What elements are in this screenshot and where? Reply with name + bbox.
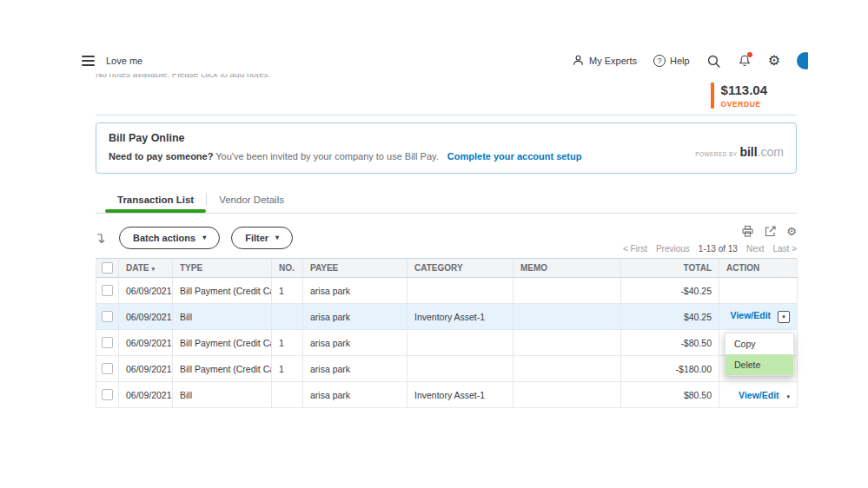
cell-category bbox=[407, 356, 514, 382]
user-avatar[interactable] bbox=[797, 52, 808, 69]
balance-summary: $113.04 OVERDUE bbox=[96, 80, 797, 115]
view-edit-caret-icon[interactable]: ▾ bbox=[786, 393, 790, 399]
my-experts-label: My Experts bbox=[589, 56, 637, 66]
person-icon bbox=[572, 54, 585, 69]
column-header-memo: MEMO bbox=[514, 259, 621, 278]
column-header-action: ACTION bbox=[719, 259, 798, 278]
cell-payee: arisa park bbox=[303, 304, 407, 330]
powered-by-label: POWERED BY bbox=[695, 151, 737, 157]
table-settings-gear-icon[interactable]: ⚙ bbox=[786, 226, 797, 237]
pagination-previous[interactable]: Previous bbox=[656, 244, 690, 254]
cell-date: 06/09/2021 bbox=[119, 278, 173, 304]
export-icon[interactable] bbox=[764, 225, 777, 238]
column-header-type: TYPE bbox=[173, 259, 272, 278]
overdue-summary-block: $113.04 OVERDUE bbox=[711, 82, 767, 109]
pagination-range: 1-13 of 13 bbox=[699, 244, 738, 254]
row-checkbox[interactable] bbox=[102, 337, 113, 348]
view-edit-link[interactable]: View/Edit bbox=[731, 310, 772, 320]
cell-no bbox=[272, 382, 303, 408]
transactions-table: DATE▾ TYPE NO. PAYEE CATEGORY MEMO TOTAL… bbox=[96, 258, 798, 408]
table-row[interactable]: 06/09/2021 Bill Payment (Credit Card) 1 … bbox=[96, 278, 798, 304]
cell-no: 1 bbox=[272, 330, 303, 356]
tab-bar: Transaction List Vendor Details bbox=[96, 189, 797, 213]
topbar: Love me My Experts ? Help ⚙ bbox=[74, 48, 808, 74]
overdue-color-bar bbox=[711, 82, 714, 109]
cell-payee: arisa park bbox=[303, 278, 407, 304]
row-checkbox[interactable] bbox=[102, 311, 113, 322]
cell-date: 06/09/2021 bbox=[119, 330, 173, 356]
complete-account-setup-link[interactable]: Complete your account setup bbox=[447, 151, 582, 162]
column-header-total: TOTAL bbox=[621, 259, 719, 278]
summary-divider bbox=[96, 115, 797, 115]
notification-dot bbox=[747, 52, 752, 57]
cell-category: Inventory Asset-1 bbox=[407, 382, 514, 408]
notifications-bell-icon[interactable] bbox=[738, 54, 752, 68]
column-header-payee: PAYEE bbox=[303, 259, 407, 278]
clipped-note-line: No notes available. Please click to add … bbox=[74, 74, 808, 80]
overdue-amount: $113.04 bbox=[721, 82, 767, 97]
row-checkbox[interactable] bbox=[102, 285, 113, 296]
filter-label: Filter bbox=[245, 233, 268, 243]
table-row[interactable]: 06/09/2021 Bill Payment (Credit Card) 1 … bbox=[96, 356, 798, 382]
filter-button[interactable]: Filter ▾ bbox=[231, 227, 293, 249]
banner-message: Need to pay someone? You've been invited… bbox=[109, 151, 784, 162]
select-all-checkbox[interactable] bbox=[102, 262, 113, 274]
cell-memo bbox=[514, 356, 621, 382]
cell-memo bbox=[514, 304, 621, 330]
tab-transaction-list[interactable]: Transaction List bbox=[105, 189, 206, 213]
chevron-down-icon: ▾ bbox=[275, 234, 279, 241]
table-row-selected[interactable]: 06/09/2021 Bill arisa park Inventory Ass… bbox=[96, 304, 798, 330]
table-tools: ⚙ bbox=[741, 225, 797, 238]
view-edit-dropdown-button[interactable]: ▾ bbox=[778, 311, 790, 323]
row-checkbox[interactable] bbox=[102, 363, 113, 374]
batch-actions-button[interactable]: Batch actions ▾ bbox=[119, 227, 220, 249]
help-button[interactable]: ? Help bbox=[653, 55, 690, 67]
cell-total: $80.50 bbox=[621, 382, 719, 408]
cell-date: 06/09/2021 bbox=[119, 304, 173, 330]
hamburger-menu-icon[interactable] bbox=[82, 56, 95, 66]
cell-type: Bill Payment (Credit Card) bbox=[173, 330, 272, 356]
menu-item-delete[interactable]: Delete bbox=[726, 354, 793, 375]
sort-caret-icon: ▾ bbox=[151, 266, 155, 272]
cell-memo bbox=[514, 382, 621, 408]
table-toolbar: Batch actions ▾ Filter ▾ ⚙ < First Previ… bbox=[96, 223, 797, 254]
view-edit-link[interactable]: View/Edit bbox=[739, 390, 779, 400]
cell-type: Bill Payment (Credit Card) bbox=[173, 356, 272, 382]
my-experts-button[interactable]: My Experts bbox=[572, 54, 637, 69]
table-row[interactable]: 06/09/2021 Bill arisa park Inventory Ass… bbox=[96, 382, 798, 408]
settings-gear-icon[interactable]: ⚙ bbox=[768, 54, 780, 68]
cell-action: View/Edit ▾ bbox=[719, 304, 798, 330]
table-header-row: DATE▾ TYPE NO. PAYEE CATEGORY MEMO TOTAL… bbox=[96, 259, 798, 278]
cell-no bbox=[272, 304, 303, 330]
pagination-last[interactable]: Last > bbox=[772, 244, 797, 254]
billcom-logo-tld: .com bbox=[758, 145, 784, 159]
column-header-date[interactable]: DATE▾ bbox=[119, 259, 173, 278]
cell-total: -$180.00 bbox=[621, 356, 719, 382]
banner-message-text: You've been invited by your company to u… bbox=[215, 151, 438, 162]
cell-total: $40.25 bbox=[621, 304, 719, 330]
cell-action bbox=[719, 278, 798, 304]
search-icon[interactable] bbox=[706, 54, 721, 69]
transactions-table-wrap: DATE▾ TYPE NO. PAYEE CATEGORY MEMO TOTAL… bbox=[96, 258, 797, 408]
company-name: Love me bbox=[106, 56, 142, 66]
pagination-first[interactable]: < First bbox=[623, 244, 647, 254]
print-icon[interactable] bbox=[741, 225, 754, 238]
cell-category bbox=[407, 330, 514, 356]
sort-arrow-icon[interactable] bbox=[96, 232, 108, 244]
help-label: Help bbox=[670, 56, 690, 66]
cell-payee: arisa park bbox=[303, 356, 407, 382]
table-row[interactable]: 06/09/2021 Bill Payment (Credit Card) 1 … bbox=[96, 330, 798, 356]
menu-item-copy[interactable]: Copy bbox=[726, 333, 793, 354]
cell-category bbox=[407, 278, 514, 304]
batch-actions-label: Batch actions bbox=[133, 233, 195, 243]
cell-total: -$40.25 bbox=[621, 278, 719, 304]
bill-pay-banner: Bill Pay Online Need to pay someone? You… bbox=[96, 122, 797, 174]
overdue-status-label: OVERDUE bbox=[721, 100, 767, 109]
cell-payee: arisa park bbox=[303, 330, 407, 356]
cell-date: 06/09/2021 bbox=[119, 382, 173, 408]
pagination-next[interactable]: Next bbox=[746, 244, 765, 254]
cell-date: 06/09/2021 bbox=[119, 356, 173, 382]
tab-vendor-details[interactable]: Vendor Details bbox=[207, 189, 296, 213]
row-checkbox[interactable] bbox=[102, 389, 113, 400]
pagination: < First Previous 1-13 of 13 Next Last > bbox=[623, 244, 797, 254]
